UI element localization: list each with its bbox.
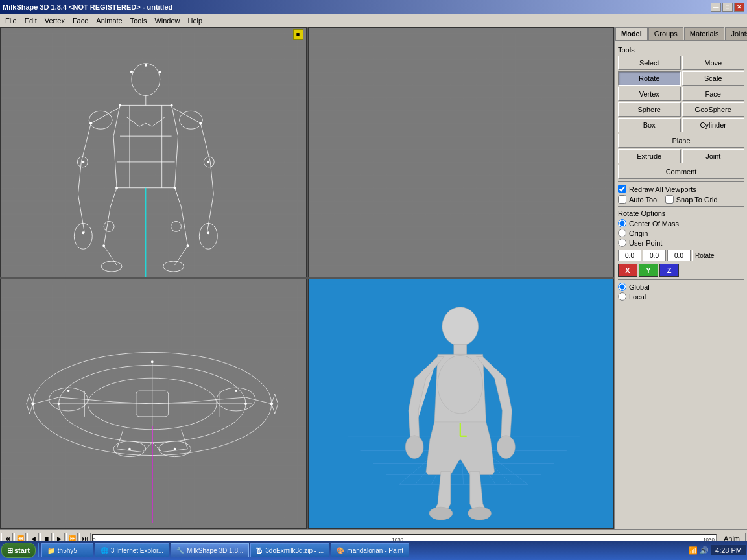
viewport-front[interactable]: ■ [0, 27, 307, 277]
svg-point-23 [159, 71, 161, 73]
z-coord-input[interactable]: 0.0 [667, 250, 691, 261]
tab-materials[interactable]: Materials [684, 27, 725, 40]
menu-vertex[interactable]: Vertex [41, 16, 69, 26]
global-radio[interactable] [618, 283, 626, 291]
sphere-button[interactable]: Sphere [618, 102, 681, 117]
svg-point-67 [128, 448, 131, 450]
redraw-label: Redraw All Viewports [629, 185, 696, 193]
menu-edit[interactable]: Edit [21, 16, 41, 26]
tab-groups[interactable]: Groups [648, 27, 683, 40]
menu-tools[interactable]: Tools [126, 16, 151, 26]
viewport-side[interactable] [308, 27, 615, 277]
viewport-3d[interactable] [308, 279, 615, 529]
origin-radio[interactable] [618, 229, 626, 237]
svg-point-89 [405, 436, 423, 459]
z-axis-button[interactable]: Z [659, 264, 679, 277]
tab-joints[interactable]: Joints [725, 27, 747, 40]
x-coord-input[interactable]: 0.0 [618, 250, 641, 261]
joint-button[interactable]: Joint [682, 149, 745, 163]
menu-window[interactable]: Window [150, 16, 184, 26]
taskbar-item-1[interactable]: 📁 th5hy5 [42, 543, 93, 557]
folder-icon: 📁 [47, 547, 55, 554]
face-button[interactable]: Face [682, 87, 745, 101]
svg-point-34 [102, 244, 105, 247]
viewport-top[interactable] [0, 279, 307, 529]
window-controls: — □ ✕ [711, 3, 744, 12]
taskbar-item-3[interactable]: 🔧 MilkShape 3D 1.8... [171, 543, 249, 557]
menubar: File Edit Vertex Face Animate Tools Wind… [0, 14, 747, 27]
ie-icon: 🌐 [101, 547, 108, 554]
rotate-options-label: Rotate Options [618, 209, 744, 217]
svg-point-31 [207, 231, 209, 234]
center-of-mass-radio[interactable] [618, 219, 626, 228]
svg-point-91 [429, 507, 453, 520]
center-of-mass-label: Center Of Mass [629, 220, 679, 228]
y-axis-button[interactable]: Y [639, 264, 658, 277]
user-point-radio[interactable] [618, 239, 626, 247]
select-button[interactable]: Select [618, 56, 681, 70]
start-button[interactable]: ⊞ start [1, 542, 36, 558]
vertex-button[interactable]: Vertex [618, 87, 681, 101]
svg-point-68 [174, 448, 176, 450]
local-label: Local [629, 293, 646, 301]
svg-rect-37 [309, 33, 614, 272]
svg-point-66 [151, 360, 154, 363]
maximize-button[interactable]: □ [722, 3, 733, 12]
autotool-row: Auto Tool Snap To Grid [618, 195, 744, 204]
axis-row: X Y Z [618, 264, 744, 277]
taskbar-item-4[interactable]: 🗜 3doExmilk3d.zip - ... [250, 543, 329, 557]
box-button[interactable]: Box [618, 118, 681, 132]
menu-face[interactable]: Face [69, 16, 92, 26]
main-area: ■ [0, 27, 747, 529]
start-label: start [14, 546, 30, 554]
tab-model[interactable]: Model [615, 27, 648, 40]
plane-button[interactable]: Plane [618, 134, 744, 148]
global-label: Global [629, 283, 650, 291]
user-point-row: User Point [618, 239, 744, 247]
global-row: Global [618, 283, 744, 291]
taskbar-divider [38, 543, 39, 557]
local-radio[interactable] [618, 292, 626, 301]
close-button[interactable]: ✕ [734, 3, 744, 12]
svg-point-90 [497, 436, 515, 459]
svg-rect-1 [1, 33, 306, 272]
taskbar-label-2: 3 Internet Explor... [111, 547, 163, 554]
viewport-marker: ■ [293, 29, 303, 40]
scale-button[interactable]: Scale [682, 71, 745, 86]
redraw-checkbox[interactable] [618, 185, 626, 193]
taskbar-label-5: mandalorian - Paint [347, 547, 403, 554]
svg-point-22 [130, 71, 133, 73]
titlebar: MilkShape 3D 1.8.4 <NOT REGISTERED> - un… [0, 0, 747, 14]
divider-1 [618, 181, 744, 182]
viewports-container: ■ [0, 27, 614, 529]
geosphere-button[interactable]: GeoSphere [682, 102, 745, 117]
ms3d-icon: 🔧 [176, 547, 184, 554]
taskbar-item-5[interactable]: 🎨 mandalorian - Paint [331, 543, 409, 557]
svg-point-63 [270, 402, 273, 406]
taskbar-label-4: 3doExmilk3d.zip - ... [265, 547, 324, 554]
svg-point-87 [442, 307, 478, 346]
y-coord-input[interactable]: 0.0 [643, 250, 666, 261]
x-axis-button[interactable]: X [618, 264, 637, 277]
minimize-button[interactable]: — [711, 3, 721, 12]
menu-animate[interactable]: Animate [92, 16, 126, 26]
move-button[interactable]: Move [682, 56, 745, 70]
menu-help[interactable]: Help [184, 16, 207, 26]
svg-point-32 [115, 187, 118, 189]
snap-checkbox[interactable] [665, 195, 674, 204]
divider-3 [618, 279, 744, 280]
zip-icon: 🗜 [256, 547, 263, 554]
snap-label: Snap To Grid [676, 196, 718, 204]
taskbar-item-2[interactable]: 🌐 3 Internet Explor... [95, 543, 169, 557]
menu-file[interactable]: File [1, 16, 21, 26]
apply-rotate-button[interactable]: Rotate [692, 250, 717, 261]
svg-point-26 [89, 122, 92, 124]
autotool-checkbox[interactable] [618, 195, 626, 204]
comment-button[interactable]: Comment [618, 165, 744, 179]
origin-label: Origin [629, 229, 648, 237]
extrude-button[interactable]: Extrude [618, 149, 681, 163]
svg-point-28 [82, 161, 84, 163]
cylinder-button[interactable]: Cylinder [682, 118, 745, 132]
rotate-button[interactable]: Rotate [618, 71, 681, 86]
taskbar-label-1: th5hy5 [58, 547, 77, 554]
